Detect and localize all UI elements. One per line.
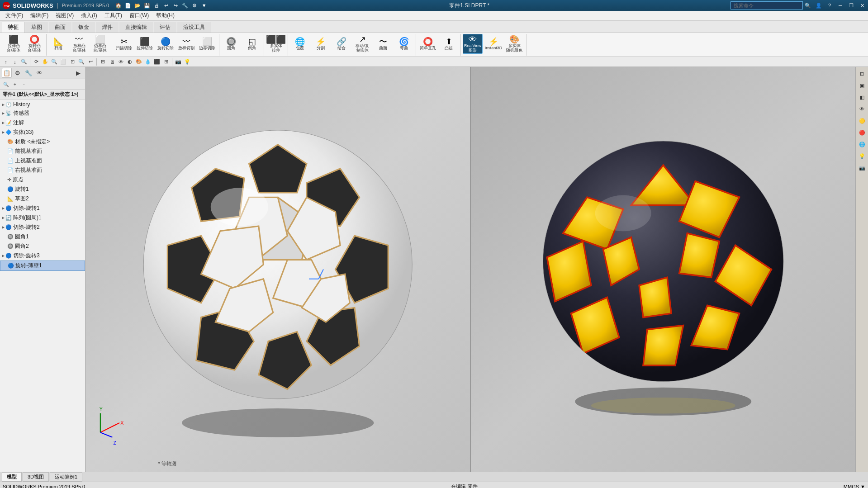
- quick-expand-icon[interactable]: ▼: [200, 1, 208, 9]
- menu-insert[interactable]: 插入(I): [77, 11, 100, 20]
- tree-item-top-plane[interactable]: 📄 上视基准面: [0, 156, 85, 166]
- multicolor-button[interactable]: 🎨 多实体随机颜色: [504, 34, 524, 54]
- tab-feature-tree[interactable]: 📋: [2, 68, 12, 78]
- tree-item-sketch2[interactable]: 📐 草图2: [0, 194, 85, 204]
- curve2-button[interactable]: 🌀 弯曲: [394, 34, 414, 54]
- menu-file[interactable]: 文件(F): [2, 11, 27, 20]
- viewport-right[interactable]: [471, 67, 856, 472]
- collapse-history-arrow[interactable]: ▶: [2, 103, 5, 107]
- tab-3dview[interactable]: 3D视图: [23, 472, 49, 482]
- tree-item-cut-revolve2[interactable]: ▶ 🔵 切除-旋转2: [0, 223, 85, 232]
- collapse-all-icon[interactable]: -: [20, 80, 28, 88]
- quick-rebuild-icon[interactable]: 🔧: [181, 1, 189, 9]
- sub-camera-icon[interactable]: 📷: [174, 58, 182, 66]
- combine-button[interactable]: 🔗 结合: [332, 34, 351, 54]
- sub-pan-icon[interactable]: ✋: [41, 58, 49, 66]
- sub-color-icon[interactable]: 🎨: [135, 58, 143, 66]
- tab-evaluate[interactable]: 评估: [154, 22, 176, 33]
- tree-item-fillet2[interactable]: 🔘 圆角2: [0, 242, 85, 251]
- split-button[interactable]: ⚡ 分割: [311, 34, 331, 54]
- collapse-cut-revolve1-arrow[interactable]: ▶: [2, 206, 5, 210]
- tab-sketch[interactable]: 草图: [25, 22, 48, 33]
- expand-arrow[interactable]: ▶: [73, 68, 83, 78]
- tree-item-revolve-thin1[interactable]: 🔵 旋转-薄壁1: [0, 261, 85, 271]
- tree-item-solid[interactable]: ▶ 🔷 实体(33): [0, 128, 85, 137]
- right-tool-camera[interactable]: 📷: [857, 162, 868, 173]
- instant3d-button[interactable]: ⚡ Instant3D: [484, 34, 503, 54]
- part-name[interactable]: 零件1 (默认<<默认>_显示状态 1>): [0, 90, 85, 99]
- revolve-cut-button[interactable]: 🔵 旋转切除: [156, 34, 175, 54]
- sub-colorpick-icon[interactable]: 💧: [144, 58, 152, 66]
- move-body-button[interactable]: ↗ 移动/复制实体: [352, 34, 372, 54]
- revolve-boss-button[interactable]: ⭕ 旋转凸台/基体: [24, 34, 44, 54]
- sub-lights-icon[interactable]: 💡: [183, 58, 191, 66]
- right-tool-shading[interactable]: ▣: [857, 80, 868, 91]
- collapse-sensor-arrow[interactable]: ▶: [2, 111, 5, 115]
- tab-direct-edit[interactable]: 直接编辑: [119, 22, 153, 33]
- status-units[interactable]: MMGS ▼: [844, 484, 865, 488]
- tab-config[interactable]: 🔧: [24, 68, 33, 78]
- right-tool-section[interactable]: ◧: [857, 92, 868, 103]
- tab-display[interactable]: 👁: [34, 68, 44, 78]
- quick-print-icon[interactable]: 🖨: [152, 1, 161, 9]
- viewport[interactable]: X Y Z * 等轴测: [86, 67, 855, 472]
- viewport-left[interactable]: X Y Z * 等轴测: [86, 67, 471, 472]
- search-area[interactable]: 🔍: [730, 1, 812, 9]
- right-tool-color[interactable]: 🟡: [857, 115, 868, 126]
- tab-feature[interactable]: 特征: [2, 22, 24, 33]
- quick-save-icon[interactable]: 💾: [143, 1, 151, 9]
- quick-new-icon[interactable]: 📄: [124, 1, 132, 9]
- wrap-button[interactable]: 🌐 包覆: [290, 34, 310, 54]
- sub-zoom-change-icon[interactable]: 🔍: [77, 58, 85, 66]
- restore-button[interactable]: ❐: [847, 1, 855, 9]
- tree-item-cut-revolve3[interactable]: ▶ 🔵 切除-旋转3: [0, 251, 85, 261]
- menu-window[interactable]: 窗口(W): [126, 11, 152, 20]
- quick-open-icon[interactable]: 📂: [133, 1, 142, 9]
- sub-filter-icon[interactable]: 🔍: [20, 58, 28, 66]
- help-icon[interactable]: ?: [825, 1, 834, 9]
- sub-hide-icon[interactable]: 👁: [117, 58, 125, 66]
- sub-display-icon[interactable]: 🖥: [108, 58, 116, 66]
- sub-down-icon[interactable]: ↓: [11, 58, 19, 66]
- close-button[interactable]: ✕: [858, 1, 866, 9]
- tab-properties[interactable]: ⚙: [13, 68, 23, 78]
- tree-item-front-plane[interactable]: 📄 前视基准面: [0, 147, 85, 156]
- sub-sections-icon[interactable]: ⊞: [99, 58, 107, 66]
- sub-up-icon[interactable]: ↑: [2, 58, 10, 66]
- collapse-pattern-arrow[interactable]: ▶: [2, 216, 5, 220]
- tree-item-revolve1[interactable]: 🔵 旋转1: [0, 185, 85, 194]
- sub-rotate-icon[interactable]: ⟳: [32, 58, 40, 66]
- menu-view[interactable]: 视图(V): [52, 11, 77, 20]
- boundary-cut-button[interactable]: ⬜ 边界切除: [197, 34, 217, 54]
- tab-motion[interactable]: 运动算例1: [50, 472, 82, 482]
- right-tool-light[interactable]: 💡: [857, 151, 868, 161]
- sub-viewport-icon[interactable]: ⊞: [162, 58, 170, 66]
- tab-mbd[interactable]: 渲设工具: [177, 22, 211, 33]
- round-corner-button[interactable]: 🔘 圆角: [221, 34, 241, 54]
- right-tool-hide[interactable]: 👁: [857, 104, 868, 114]
- right-tool-scene[interactable]: 🌐: [857, 139, 868, 150]
- tree-item-fillet1[interactable]: 🔘 圆角1: [0, 232, 85, 242]
- extrude-cut-button[interactable]: ⬛ 拉伸切除: [135, 34, 155, 54]
- tree-item-origin[interactable]: ✛ 原点: [0, 175, 85, 185]
- sub-zoom-icon[interactable]: 🔍: [50, 58, 58, 66]
- quick-home-icon[interactable]: 🏠: [114, 1, 123, 9]
- minimize-button[interactable]: ─: [836, 1, 844, 9]
- realview-button[interactable]: 👁 RealView图形: [463, 34, 483, 54]
- collapse-cut-revolve2-arrow[interactable]: ▶: [2, 225, 5, 229]
- collapse-cut-revolve3-arrow[interactable]: ▶: [2, 254, 5, 258]
- tree-item-sensor[interactable]: ▶ 📡 传感器: [0, 109, 85, 118]
- multi-body-button[interactable]: ⬛⬛ 多实体拉伸: [266, 34, 286, 54]
- sub-shadow-icon[interactable]: ◐: [126, 58, 134, 66]
- tab-sheetmetal[interactable]: 钣金: [72, 22, 95, 33]
- extrude-boss-button[interactable]: ⬛ 拉伸凸台/基体: [4, 34, 24, 54]
- tree-item-history[interactable]: ▶ 🕐 History: [0, 100, 85, 109]
- quick-undo-icon[interactable]: ↩: [162, 1, 170, 9]
- menu-help[interactable]: 帮助(H): [152, 11, 178, 20]
- tree-item-material[interactable]: 🎨 材质 <未指定>: [0, 137, 85, 147]
- simple-hole-button[interactable]: ⭕ 简单直孔: [418, 34, 438, 54]
- tab-weld[interactable]: 焊件: [96, 22, 119, 33]
- expand-all-icon[interactable]: +: [11, 80, 19, 88]
- search-input[interactable]: [730, 1, 803, 9]
- tree-item-cut-revolve1[interactable]: ▶ 🔵 切除-旋转1: [0, 204, 85, 213]
